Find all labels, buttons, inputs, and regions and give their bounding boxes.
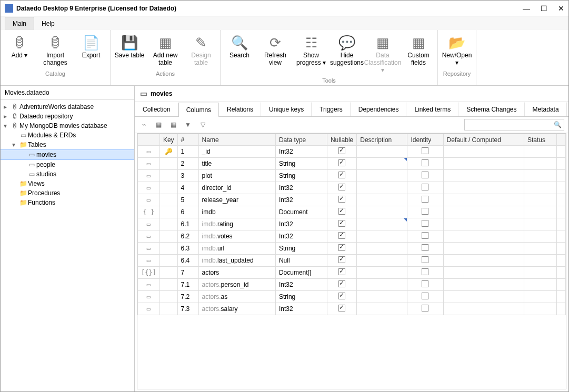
row-name[interactable]: imdb.last_updated [198, 255, 275, 267]
tab-linked-terms[interactable]: Linked terms [406, 102, 458, 116]
row-nullable[interactable] [327, 182, 356, 194]
table-row[interactable]: ▭6.3imdb.urlString [138, 243, 566, 255]
row-computed[interactable] [443, 158, 524, 170]
row-name[interactable]: actors.person_id [198, 279, 275, 291]
checkbox-icon[interactable] [338, 293, 345, 299]
tab-metadata[interactable]: Metadata [525, 102, 567, 116]
row-identity[interactable] [407, 182, 443, 194]
row-status[interactable] [524, 255, 556, 267]
column-header[interactable]: Key [159, 134, 177, 146]
row-datatype[interactable]: Int32 [275, 303, 327, 315]
checkbox-icon[interactable] [422, 244, 428, 251]
menu-main[interactable]: Main [5, 17, 34, 30]
row-identity[interactable] [407, 194, 443, 206]
ribbon-custom-fields[interactable]: ▦Custom fields [402, 32, 435, 76]
checkbox-icon[interactable] [338, 232, 345, 239]
row-computed[interactable] [443, 194, 524, 206]
row-description[interactable] [357, 230, 407, 243]
tool-filter-icon[interactable]: ▼ [183, 120, 193, 129]
checkbox-icon[interactable] [338, 208, 345, 215]
row-status[interactable] [524, 194, 556, 206]
ribbon-add-new-table[interactable]: ▦Add new table [148, 32, 182, 69]
tree-item-studios[interactable]: ▭studios [1, 169, 134, 179]
checkbox-icon[interactable] [422, 268, 428, 275]
row-nullable[interactable] [327, 170, 356, 182]
row-description[interactable] [357, 206, 407, 218]
row-identity[interactable] [407, 243, 443, 255]
row-name[interactable]: imdb.rating [198, 218, 275, 230]
row-name[interactable]: _id [198, 146, 275, 158]
column-header[interactable]: Description [357, 134, 407, 146]
row-identity[interactable] [407, 158, 443, 170]
column-header[interactable]: Default / Computed [443, 134, 524, 146]
row-identity[interactable] [407, 279, 443, 291]
row-computed[interactable] [443, 146, 524, 158]
row-datatype[interactable]: Int32 [275, 230, 327, 243]
checkbox-icon[interactable] [422, 208, 428, 215]
tool-grid-icon[interactable]: ▦ [154, 120, 163, 129]
checkbox-icon[interactable] [422, 184, 428, 190]
row-status[interactable] [524, 243, 556, 255]
checkbox-icon[interactable] [422, 256, 428, 263]
row-nullable[interactable] [327, 194, 356, 206]
row-status[interactable] [524, 303, 556, 315]
row-nullable[interactable] [327, 218, 356, 230]
tool-script-icon[interactable]: ⌁ [139, 120, 148, 129]
column-header[interactable]: Name [198, 134, 275, 146]
maximize-button[interactable]: ☐ [541, 4, 547, 13]
checkbox-icon[interactable] [338, 172, 345, 178]
row-datatype[interactable]: Int32 [275, 218, 327, 230]
row-identity[interactable] [407, 170, 443, 182]
tree-item-functions[interactable]: 📁Functions [1, 198, 134, 207]
row-datatype[interactable]: Int32 [275, 194, 327, 206]
row-description[interactable] [357, 243, 407, 255]
row-identity[interactable] [407, 146, 443, 158]
row-computed[interactable] [443, 255, 524, 267]
row-nullable[interactable] [327, 267, 356, 279]
checkbox-icon[interactable] [338, 268, 345, 275]
row-computed[interactable] [443, 303, 524, 315]
checkbox-icon[interactable] [338, 196, 345, 203]
row-status[interactable] [524, 218, 556, 230]
tool-grid-plus-icon[interactable]: ▦ [168, 120, 178, 129]
columns-grid[interactable]: Key#NameData typeNullableDescriptionIden… [137, 134, 566, 315]
column-header[interactable] [556, 134, 565, 146]
checkbox-icon[interactable] [422, 159, 428, 166]
tree[interactable]: ▸🛢AdventureWorks database▸🛢Dataedo repos… [1, 100, 134, 391]
table-row[interactable]: ▭2titleString [138, 158, 566, 170]
table-row[interactable]: [{}]7actorsDocument[] [138, 267, 566, 279]
row-datatype[interactable]: Document [275, 206, 327, 218]
tree-toggle-icon[interactable]: ▾ [4, 122, 10, 129]
row-name[interactable]: imdb.url [198, 243, 275, 255]
tab-dependencies[interactable]: Dependencies [351, 102, 407, 116]
tab-unique-keys[interactable]: Unique keys [261, 102, 312, 116]
tool-filter-clear-icon[interactable]: ▽ [198, 120, 207, 129]
checkbox-icon[interactable] [422, 232, 428, 239]
tree-item-dataedo-repository[interactable]: ▸🛢Dataedo repository [1, 112, 134, 121]
row-datatype[interactable]: String [275, 170, 327, 182]
tree-item-modules-erds[interactable]: ▭Modules & ERDs [1, 130, 134, 140]
row-datatype[interactable]: String [275, 243, 327, 255]
tree-item-adventureworks-database[interactable]: ▸🛢AdventureWorks database [1, 102, 134, 112]
row-identity[interactable] [407, 255, 443, 267]
column-header[interactable]: Data type [275, 134, 327, 146]
checkbox-icon[interactable] [422, 147, 428, 154]
tree-toggle-icon[interactable]: ▾ [12, 141, 18, 148]
menu-help[interactable]: Help [34, 17, 62, 30]
row-description[interactable] [357, 291, 407, 303]
row-computed[interactable] [443, 218, 524, 230]
row-nullable[interactable] [327, 158, 356, 170]
tree-item-movies[interactable]: ▭movies [1, 149, 134, 160]
row-computed[interactable] [443, 230, 524, 243]
table-row[interactable]: ▭7.3actors.salaryInt32 [138, 303, 566, 315]
row-computed[interactable] [443, 182, 524, 194]
row-computed[interactable] [443, 170, 524, 182]
row-identity[interactable] [407, 230, 443, 243]
tab-collection[interactable]: Collection [135, 102, 178, 116]
checkbox-icon[interactable] [338, 305, 345, 311]
tree-item-tables[interactable]: ▾📁Tables [1, 140, 134, 149]
tab-schema-changes[interactable]: Schema Changes [458, 102, 524, 116]
checkbox-icon[interactable] [422, 172, 428, 178]
table-row[interactable]: ▭7.2actors.asString [138, 291, 566, 303]
table-row[interactable]: ▭4director_idInt32 [138, 182, 566, 194]
